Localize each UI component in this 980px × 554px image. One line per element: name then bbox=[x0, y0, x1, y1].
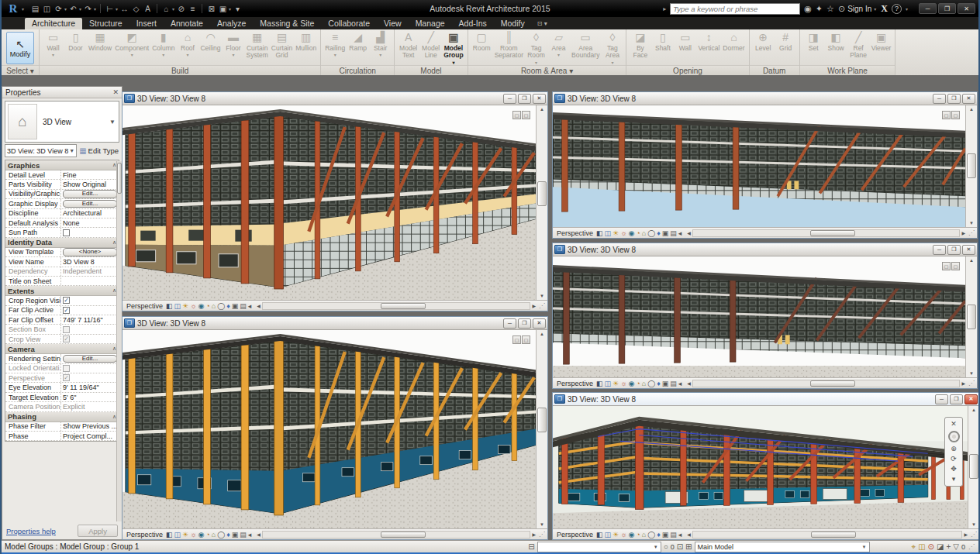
tab-collaborate[interactable]: Collaborate bbox=[321, 18, 377, 29]
ribbon-button-floor[interactable]: ▬Floor▾ bbox=[222, 30, 244, 65]
default-3d-view-icon[interactable]: ⌂ bbox=[160, 5, 172, 13]
type-selector[interactable]: ⌂ 3D View ▼ bbox=[5, 101, 119, 143]
dropdown-caret-icon[interactable]: ▾ bbox=[611, 60, 613, 65]
ribbon-button-vertical[interactable]: ↕Vertical bbox=[696, 30, 721, 65]
navbar-close-icon[interactable]: ✕ bbox=[951, 421, 957, 428]
show-crop-region-icon[interactable]: ◔ bbox=[205, 531, 209, 539]
default-3d-view-icon-caret[interactable]: ▾ bbox=[172, 6, 174, 12]
temporary-view-properties-icon[interactable]: ▤ bbox=[240, 531, 247, 539]
tab-view[interactable]: View bbox=[377, 18, 409, 29]
view-scale-label[interactable]: Perspective bbox=[554, 229, 595, 237]
view-window-top-right[interactable]: ❒ 3D View: 3D View 8 ─❐✕ bbox=[552, 91, 978, 239]
view-canvas[interactable]: ▢▢ bbox=[122, 330, 536, 528]
checkbox-perspective[interactable]: ✓ bbox=[63, 374, 70, 381]
ribbon-button-tag-room[interactable]: ◊TagRoom▾ bbox=[525, 30, 547, 65]
window-resize-grip[interactable]: ⋰ bbox=[968, 543, 975, 550]
hscrollbar-thumb[interactable] bbox=[811, 532, 856, 538]
view-close-button[interactable]: ✕ bbox=[533, 94, 546, 104]
tab-architecture[interactable]: Architecture bbox=[25, 18, 82, 29]
ribbon-button-area-boundary[interactable]: ▭AreaBoundary bbox=[570, 30, 601, 65]
worksharing-display-icon[interactable]: ▣ bbox=[662, 229, 669, 237]
tab-annotate[interactable]: Annotate bbox=[164, 18, 210, 29]
dropdown-caret-icon[interactable]: ▾ bbox=[334, 53, 336, 57]
rendering-dialog-icon[interactable]: ◫ bbox=[174, 531, 181, 539]
scroll-down-icon[interactable]: ▼ bbox=[540, 292, 544, 300]
design-options-icon[interactable]: ⊡ bbox=[677, 542, 683, 551]
worksharing-display-icon[interactable]: ▣ bbox=[232, 531, 239, 539]
checkbox-locked-orientati[interactable] bbox=[63, 365, 70, 372]
view-restore-button[interactable]: ❐ bbox=[947, 94, 961, 104]
active-workset-dropdown[interactable]: ▼ bbox=[537, 542, 661, 552]
dropdown-caret-icon[interactable]: ▾ bbox=[452, 60, 454, 65]
property-value[interactable]: Architectural bbox=[60, 209, 119, 218]
horizontal-scrollbar[interactable]: ◀▶ bbox=[685, 378, 967, 388]
ribbon-button-area[interactable]: ▱Area▾ bbox=[547, 30, 570, 65]
modify-button[interactable]: ↖ Modify bbox=[6, 32, 34, 64]
scroll-left-icon[interactable]: ◀ bbox=[685, 380, 692, 386]
customize-qat-icon[interactable]: ▾ bbox=[232, 5, 243, 13]
property-value[interactable]: 9' 11 19/64" bbox=[60, 383, 119, 391]
scroll-right-icon[interactable]: ▶ bbox=[962, 532, 969, 537]
select-by-face-icon[interactable]: ◪ bbox=[937, 542, 944, 551]
drag-on-selection-icon[interactable]: + bbox=[946, 542, 951, 551]
application-menu-button[interactable]: R ▾ bbox=[5, 2, 25, 15]
temporary-hide-isolate-icon[interactable]: ◯ bbox=[647, 380, 655, 387]
dropdown-caret-icon[interactable]: ▾ bbox=[186, 53, 188, 57]
hscrollbar-thumb[interactable] bbox=[810, 230, 855, 236]
hscrollbar-thumb[interactable] bbox=[381, 303, 426, 309]
tab-structure[interactable]: Structure bbox=[82, 18, 129, 29]
dropdown-caret-icon[interactable]: ▾ bbox=[535, 60, 537, 65]
checkbox-sun-path[interactable] bbox=[63, 229, 70, 236]
shadows-icon[interactable]: ☼ bbox=[190, 302, 196, 310]
reveal-hidden-elements-icon[interactable]: ♦ bbox=[657, 380, 661, 387]
properties-help-link[interactable]: Properties help bbox=[6, 527, 56, 535]
ribbon-button-ceiling[interactable]: ◠Ceiling bbox=[198, 30, 222, 65]
show-crop-region-icon[interactable]: ◔ bbox=[636, 229, 640, 237]
scroll-down-icon[interactable]: ▼ bbox=[971, 521, 976, 528]
temporary-view-properties-icon[interactable]: ▤ bbox=[670, 229, 677, 237]
unlocked-view-icon[interactable]: ⌂ bbox=[212, 302, 216, 310]
temporary-view-properties-icon[interactable]: ▤ bbox=[240, 302, 247, 310]
tab-analyze[interactable]: Analyze bbox=[210, 18, 253, 29]
view-close-button[interactable]: ✕ bbox=[962, 245, 975, 255]
checkbox-crop-view[interactable]: ✓ bbox=[63, 335, 70, 342]
view-window-middle-right[interactable]: ❒ 3D View: 3D View 8 ─❐✕ bbox=[552, 243, 978, 389]
communication-center-icon[interactable]: ✦ bbox=[816, 4, 823, 14]
view-title-bar[interactable]: ❒ 3D View: 3D View 8 ─❐✕ bbox=[122, 317, 547, 330]
ribbon-button-column[interactable]: ▮Column▾ bbox=[150, 30, 176, 65]
measure-icon-caret[interactable]: ▾ bbox=[116, 6, 118, 12]
open-icon[interactable]: ▤ bbox=[29, 5, 41, 13]
dropdown-caret-icon[interactable]: ▾ bbox=[52, 53, 54, 57]
sync-with-central-icon[interactable]: ⟳ bbox=[53, 5, 64, 13]
view-minimize-button[interactable]: ─ bbox=[503, 94, 516, 104]
temporary-hide-isolate-icon[interactable]: ◯ bbox=[217, 302, 225, 310]
property-value[interactable]: <None> bbox=[60, 248, 119, 256]
horizontal-scrollbar[interactable]: ◀▶ bbox=[685, 228, 967, 238]
filter-icon[interactable]: ▽ bbox=[953, 542, 959, 551]
checkbox-section-box[interactable] bbox=[63, 326, 70, 333]
horizontal-scrollbar[interactable]: ◀▶ bbox=[255, 529, 537, 539]
navigation-bar-collapsed[interactable]: ▢▢ bbox=[512, 111, 530, 119]
unlocked-view-icon[interactable]: ⌂ bbox=[642, 380, 646, 387]
unlocked-view-icon[interactable]: ⌂ bbox=[642, 229, 646, 237]
scrollbar-thumb[interactable] bbox=[537, 408, 547, 432]
navbar-box2-icon[interactable]: ▢ bbox=[951, 111, 960, 119]
view-restore-button[interactable]: ❐ bbox=[518, 318, 531, 329]
property-button-view-template[interactable]: <None> bbox=[63, 248, 117, 256]
ribbon-button-door[interactable]: ▯Door bbox=[64, 30, 87, 65]
view-scale-label[interactable]: Perspective bbox=[554, 380, 595, 387]
rendering-dialog-icon[interactable]: ◫ bbox=[605, 229, 612, 237]
temporary-view-properties-icon[interactable]: ▤ bbox=[670, 531, 677, 539]
sun-path-icon[interactable]: ☀ bbox=[612, 380, 619, 387]
property-value[interactable] bbox=[60, 277, 119, 285]
property-button-graphic-display[interactable]: Edit... bbox=[63, 200, 117, 208]
checkbox-far-clip-active[interactable]: ✓ bbox=[63, 307, 70, 314]
view-scale-label[interactable]: Perspective bbox=[124, 531, 165, 539]
tab-manage[interactable]: Manage bbox=[409, 18, 452, 29]
view-restore-button[interactable]: ❐ bbox=[950, 394, 963, 404]
show-crop-region-icon[interactable]: ◔ bbox=[205, 302, 209, 310]
reveal-hidden-elements-icon[interactable]: ♦ bbox=[226, 531, 230, 539]
vertical-scrollbar[interactable]: ▲▼ bbox=[536, 105, 547, 300]
resize-grip[interactable]: ⋰ bbox=[538, 531, 546, 538]
select-links-icon[interactable]: ⌖ bbox=[912, 542, 916, 552]
